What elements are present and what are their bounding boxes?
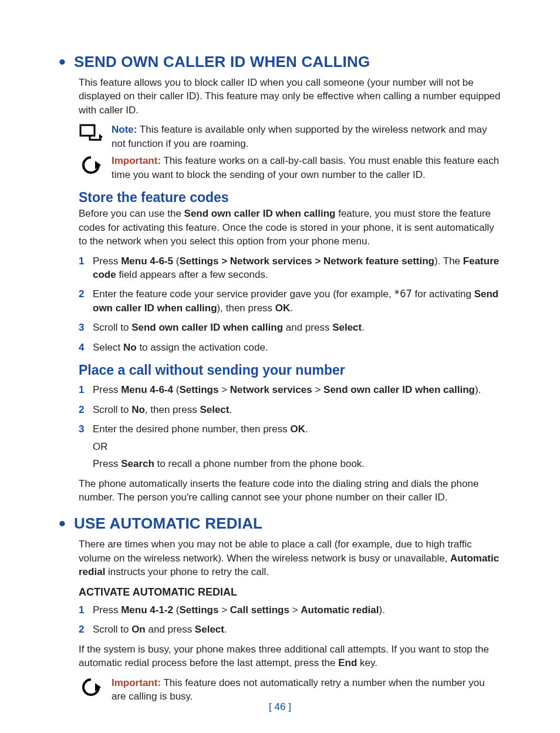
important-text: Important: This feature does not automat… xyxy=(112,676,501,704)
important-icon xyxy=(79,154,103,175)
paragraph: The phone automatically inserts the feat… xyxy=(79,477,501,505)
note-label: Note: xyxy=(112,124,137,135)
step: 4 Select No to assign the activation cod… xyxy=(79,341,501,354)
important-text: Important: This feature works on a call-… xyxy=(112,154,501,181)
paragraph: This feature allows you to block caller … xyxy=(79,76,501,117)
manual-page: • SEND OWN CALLER ID WHEN CALLING This f… xyxy=(0,0,560,733)
important-label: Important: xyxy=(112,677,161,688)
step-list: 1 Press Menu 4-6-5 (Settings > Network s… xyxy=(79,254,501,355)
page-number: [ 46 ] xyxy=(0,701,560,713)
step-sub: Press Search to recall a phone number fr… xyxy=(93,457,501,470)
paragraph: Before you can use the Send own caller I… xyxy=(79,207,501,248)
svg-rect-0 xyxy=(80,125,95,136)
important-label: Important: xyxy=(112,155,161,166)
section-heading-row: • USE AUTOMATIC REDIAL xyxy=(59,515,501,536)
note-icon xyxy=(79,123,103,142)
subsection-heading: ACTIVATE AUTOMATIC REDIAL xyxy=(79,586,501,598)
note-text: Note: This feature is available only whe… xyxy=(112,123,501,150)
subsection-heading: Place a call without sending your number xyxy=(79,362,501,378)
subsection-heading: Store the feature codes xyxy=(79,190,501,206)
step-list: 1 Press Menu 4-6-4 (Settings > Network s… xyxy=(79,383,501,470)
bullet-icon: • xyxy=(59,54,66,69)
bullet-icon: • xyxy=(59,516,66,531)
step-list: 1 Press Menu 4-1-2 (Settings > Call sett… xyxy=(79,603,501,637)
step: 3 Enter the desired phone number, then p… xyxy=(79,422,501,470)
step: 2 Scroll to On and press Select. xyxy=(79,623,501,636)
step: 1 Press Menu 4-1-2 (Settings > Call sett… xyxy=(79,603,501,617)
paragraph: If the system is busy, your phone makes … xyxy=(79,643,501,670)
step: 2 Enter the feature code your service pr… xyxy=(79,287,501,315)
step: 2 Scroll to No, then press Select. xyxy=(79,403,501,416)
section-heading-row: • SEND OWN CALLER ID WHEN CALLING xyxy=(59,53,501,75)
section-heading: USE AUTOMATIC REDIAL xyxy=(74,515,262,533)
step: 1 Press Menu 4-6-5 (Settings > Network s… xyxy=(79,254,501,282)
step: 1 Press Menu 4-6-4 (Settings > Network s… xyxy=(79,383,501,396)
step-or: OR xyxy=(93,440,501,453)
section-heading: SEND OWN CALLER ID WHEN CALLING xyxy=(74,53,370,71)
important-callout: Important: This feature does not automat… xyxy=(79,676,501,704)
important-icon xyxy=(79,676,103,697)
important-callout: Important: This feature works on a call-… xyxy=(79,154,501,181)
note-callout: Note: This feature is available only whe… xyxy=(79,123,501,150)
step: 3 Scroll to Send own caller ID when call… xyxy=(79,321,501,334)
paragraph: There are times when you may not be able… xyxy=(79,537,501,579)
